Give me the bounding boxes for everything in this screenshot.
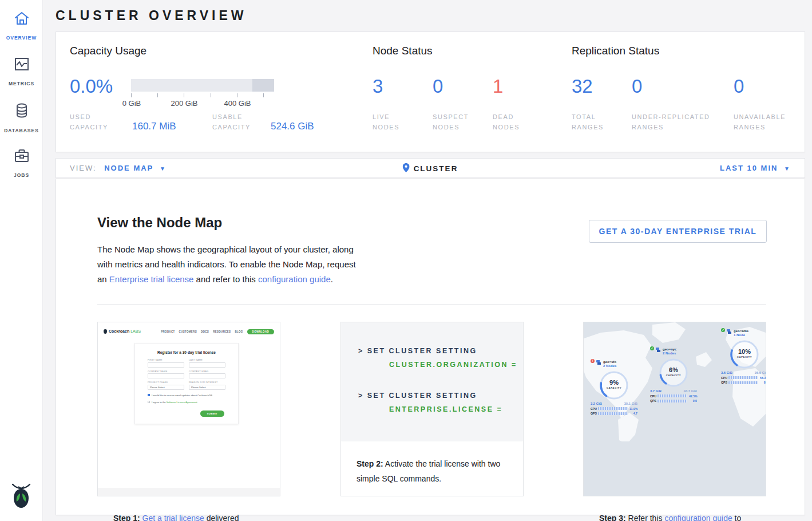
sql-command: > SET CLUSTER SETTING	[358, 344, 523, 358]
sql-code-block: > SET CLUSTER SETTING CLUSTER.ORGANIZATI…	[341, 322, 523, 441]
registration-screenshot: CockroachLABS PRODUCT CUSTOMERS DOCS RES…	[98, 322, 280, 496]
live-nodes-count: 3	[373, 76, 383, 97]
mini-nav-item: PRODUCT	[161, 330, 175, 333]
capacity-ring: 9% CAPACITY	[599, 370, 629, 401]
sidebar-item-jobs[interactable]: JOBS	[0, 148, 43, 179]
dead-nodes-count: 1	[493, 76, 503, 97]
node-map-panel: View the Node Map The Node Map shows the…	[56, 179, 805, 515]
usable-capacity-label: USABLECAPACITY	[212, 112, 251, 132]
chevron-down-icon[interactable]: ▼	[160, 165, 167, 172]
suspect-nodes-count: 0	[433, 76, 443, 97]
mini-trial-form: Register for a 30-day trial license FIRS…	[134, 343, 239, 424]
cpu-bar	[657, 394, 687, 397]
cluster-summary-panel: Capacity Usage 0.0% 0 GiB 200 GiB 400 Gi…	[56, 31, 805, 152]
map-marker-nyc: ✓ geo=nyc 2 Nodes 6% CAPACITY 3.7 GiB43.…	[650, 348, 697, 402]
cockroach-labs-mini-logo: CockroachLABS	[104, 329, 141, 334]
total-ranges-label: TOTALRANGES	[572, 112, 604, 132]
mini-submit-button: SUBMIT	[200, 411, 224, 417]
mini-nav-item: RESOURCES	[213, 330, 231, 333]
step2-card: > SET CLUSTER SETTING CLUSTER.ORGANIZATI…	[340, 322, 524, 496]
step1-card: CockroachLABS PRODUCT CUSTOMERS DOCS RES…	[97, 322, 280, 496]
node-status-title: Node Status	[373, 45, 433, 57]
sidebar-item-label: DATABASES	[4, 128, 39, 133]
usable-capacity-value: 524.6 GiB	[271, 121, 314, 132]
mini-checkbox-checked	[148, 394, 150, 396]
check-status-icon: ✓	[721, 328, 725, 332]
metrics-chart-icon	[0, 56, 43, 74]
sidebar-item-label: METRICS	[9, 81, 34, 86]
page-title: CLUSTER OVERVIEW	[56, 8, 247, 23]
mini-input	[148, 373, 184, 378]
enterprise-trial-license-link[interactable]: Enterprise trial license	[109, 274, 194, 284]
sql-command: > SET CLUSTER SETTING	[358, 389, 523, 402]
gauge-tick-label: 200 GiB	[171, 99, 198, 108]
sidebar-item-databases[interactable]: DATABASES	[0, 102, 43, 135]
used-capacity-label: USEDCAPACITY	[70, 112, 108, 132]
unavailable-ranges-label: UNAVAILABLERANGES	[734, 112, 786, 132]
mini-input	[148, 362, 184, 368]
sql-setting: ENTERPRISE.LICENSE =	[358, 402, 523, 416]
mini-checkbox	[148, 401, 150, 403]
capacity-gauge: 0 GiB 200 GiB 400 GiB	[131, 79, 274, 108]
node-map-preview-image: ! geo=sfo 2 Nodes 9% CAPACITY 3.2 GiB35.…	[584, 322, 766, 496]
view-selector[interactable]: NODE MAP	[104, 164, 153, 172]
chevron-down-icon: ▼	[784, 165, 791, 172]
qps-bar	[598, 412, 628, 415]
nodes-stack-icon	[596, 360, 601, 365]
database-icon	[0, 102, 43, 121]
check-status-icon: ✓	[650, 346, 654, 350]
warning-status-icon: !	[591, 359, 595, 363]
mini-input	[189, 373, 225, 378]
cpu-bar	[598, 407, 628, 410]
gauge-tick-label: 400 GiB	[224, 99, 251, 108]
sidebar-item-label: OVERVIEW	[6, 35, 37, 41]
replication-status-title: Replication Status	[572, 45, 659, 57]
capacity-gauge-ticks	[131, 93, 264, 98]
suspect-nodes-label: SUSPECTNODES	[433, 112, 469, 132]
node-map-heading: View the Node Map	[97, 215, 222, 231]
qps-bar	[657, 400, 687, 402]
sidebar-item-label: JOBS	[14, 172, 29, 178]
mini-nav-item: DOCS	[201, 330, 209, 333]
breadcrumb-cluster: CLUSTER	[414, 164, 458, 173]
mini-select: Please Select	[148, 385, 184, 390]
step1-caption: Step 1: Get a trial license delivered st…	[98, 496, 280, 521]
dead-nodes-label: DEADNODES	[493, 112, 520, 132]
cockroachdb-logo	[8, 481, 34, 511]
mini-form-title: Register for a 30-day trial license	[148, 350, 225, 354]
mini-nav-item: BLOG	[235, 330, 243, 333]
mini-input	[189, 362, 225, 368]
divider	[97, 304, 766, 305]
node-map-description: The Node Map shows the geographical layo…	[97, 242, 366, 287]
get-trial-license-link[interactable]: Get a trial license	[142, 514, 204, 521]
configuration-guide-link[interactable]: configuration guide	[258, 274, 331, 284]
capacity-percent: 0.0%	[70, 76, 113, 97]
step3-card: ! geo=sfo 2 Nodes 9% CAPACITY 3.2 GiB35.…	[583, 322, 766, 496]
capacity-usage-title: Capacity Usage	[70, 45, 146, 57]
time-range-selector[interactable]: LAST 10 MIN ▼	[720, 164, 791, 172]
capacity-gauge-segment	[252, 79, 274, 92]
sidebar-item-metrics[interactable]: METRICS	[0, 56, 43, 88]
under-replicated-label: UNDER-REPLICATEDRANGES	[632, 112, 710, 132]
gauge-tick-label: 0 GiB	[122, 99, 141, 108]
step2-caption: Step 2: Activate the trial license with …	[341, 441, 523, 486]
used-capacity-value: 160.7 MiB	[132, 121, 176, 132]
capacity-ring: 6% CAPACITY	[658, 357, 689, 388]
nodes-stack-icon	[656, 348, 661, 353]
live-nodes-label: LIVENODES	[373, 112, 399, 132]
mini-select: Please Select	[189, 385, 225, 390]
home-icon	[0, 10, 43, 29]
capacity-gauge-bar	[131, 79, 274, 92]
step3-caption: Step 3: Refer this configuration guide t…	[584, 496, 766, 521]
qps-bar	[728, 381, 758, 384]
briefcase-icon	[0, 148, 43, 166]
enterprise-trial-button[interactable]: GET A 30-DAY ENTERPRISE TRIAL	[589, 220, 767, 243]
configuration-guide-link-2[interactable]: configuration guide	[664, 514, 732, 521]
under-replicated-count: 0	[632, 76, 642, 97]
capacity-ring: 10% CAPACITY	[729, 339, 760, 370]
sql-setting: CLUSTER.ORGANIZATION =	[358, 358, 523, 372]
sidebar-item-overview[interactable]: OVERVIEW	[0, 10, 43, 42]
view-label: VIEW:	[70, 164, 97, 172]
map-marker-ams: ✓ geo=ams 1 Node 10% CAPACITY 3.6 GiB36.…	[721, 329, 766, 384]
location-pin-icon	[403, 163, 410, 174]
